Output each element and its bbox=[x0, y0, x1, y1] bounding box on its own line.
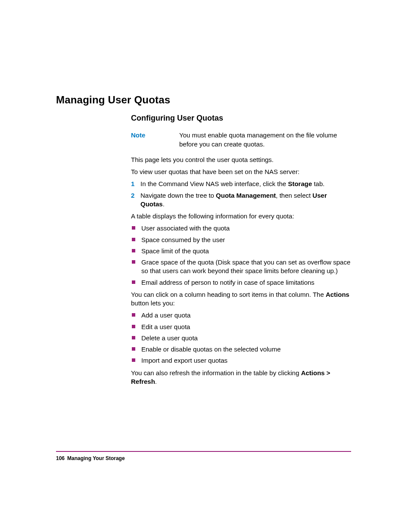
paragraph: You can click on a column heading to sor… bbox=[131, 290, 351, 308]
unordered-list: Add a user quota Edit a user quota Delet… bbox=[131, 311, 351, 365]
page: Managing User Quotas Configuring User Qu… bbox=[0, 0, 411, 532]
text-run: . bbox=[155, 378, 157, 385]
step-number: 2 bbox=[131, 191, 140, 209]
bullet-text: Edit a user quota bbox=[141, 323, 351, 331]
list-item: 2 Navigate down the tree to Quota Manage… bbox=[131, 191, 351, 209]
list-item: User associated with the quota bbox=[131, 224, 351, 233]
square-bullet-icon bbox=[132, 347, 135, 351]
square-bullet-icon bbox=[132, 260, 135, 264]
footer-title: Managing Your Storage bbox=[67, 455, 125, 461]
bullet-text: Space limit of the quota bbox=[141, 247, 351, 255]
text-run: button lets you: bbox=[131, 299, 175, 307]
page-footer: 106Managing Your Storage bbox=[56, 455, 125, 461]
list-item: Grace space of the quota (Disk space tha… bbox=[131, 258, 351, 276]
list-item: Import and export user quotas bbox=[131, 356, 351, 365]
list-item: Add a user quota bbox=[131, 311, 351, 320]
bullet-text: Enable or disable quotas on the selected… bbox=[141, 345, 351, 354]
bullet-text: Import and export user quotas bbox=[141, 356, 351, 365]
bullet-text: Add a user quota bbox=[141, 311, 351, 320]
bullet-text: Email address of person to notify in cas… bbox=[141, 278, 351, 287]
paragraph: To view user quotas that have been set o… bbox=[131, 168, 351, 176]
text-run: , then select bbox=[276, 192, 312, 199]
bullet-text: Delete a user quota bbox=[141, 334, 351, 342]
step-text: Navigate down the tree to Quota Manageme… bbox=[140, 191, 351, 209]
square-bullet-icon bbox=[132, 325, 135, 328]
bold-text: Actions bbox=[326, 291, 349, 298]
list-item: Email address of person to notify in cas… bbox=[131, 278, 351, 287]
note-block: Note You must enable quota management on… bbox=[131, 131, 351, 149]
heading-2: Configuring User Quotas bbox=[131, 113, 351, 123]
heading-1: Managing User Quotas bbox=[56, 94, 170, 106]
text-run: You can also refresh the information in … bbox=[131, 369, 301, 376]
list-item: Space limit of the quota bbox=[131, 247, 351, 255]
page-number: 106 bbox=[56, 455, 65, 461]
list-item: 1 In the Command View NAS web interface,… bbox=[131, 180, 351, 188]
square-bullet-icon bbox=[132, 226, 135, 230]
square-bullet-icon bbox=[132, 280, 135, 284]
text-run: . bbox=[163, 200, 165, 208]
bullet-text: Grace space of the quota (Disk space tha… bbox=[141, 258, 351, 276]
bold-text: Storage bbox=[288, 180, 312, 187]
bullet-text: User associated with the quota bbox=[141, 224, 351, 233]
square-bullet-icon bbox=[132, 238, 135, 241]
text-run: In the Command View NAS web interface, c… bbox=[140, 180, 288, 187]
list-item: Edit a user quota bbox=[131, 323, 351, 331]
list-item: Enable or disable quotas on the selected… bbox=[131, 345, 351, 354]
paragraph: You can also refresh the information in … bbox=[131, 369, 351, 386]
square-bullet-icon bbox=[132, 249, 135, 252]
step-text: In the Command View NAS web interface, c… bbox=[140, 180, 351, 188]
text-run: You can click on a column heading to sor… bbox=[131, 291, 326, 298]
square-bullet-icon bbox=[132, 336, 135, 339]
content-column: Configuring User Quotas Note You must en… bbox=[131, 113, 351, 389]
unordered-list: User associated with the quota Space con… bbox=[131, 224, 351, 287]
square-bullet-icon bbox=[132, 358, 135, 362]
text-run: tab. bbox=[312, 180, 324, 187]
note-text: You must enable quota management on the … bbox=[179, 131, 351, 149]
paragraph: This page lets you control the user quot… bbox=[131, 156, 351, 164]
bold-text: Quota Management bbox=[216, 192, 276, 199]
list-item: Space consumed by the user bbox=[131, 236, 351, 244]
list-item: Delete a user quota bbox=[131, 334, 351, 342]
footer-rule bbox=[56, 451, 351, 452]
step-number: 1 bbox=[131, 180, 140, 188]
text-run: Navigate down the tree to bbox=[140, 192, 216, 199]
ordered-list: 1 In the Command View NAS web interface,… bbox=[131, 180, 351, 208]
note-label: Note bbox=[131, 131, 179, 149]
paragraph: A table displays the following informati… bbox=[131, 212, 351, 221]
bullet-text: Space consumed by the user bbox=[141, 236, 351, 244]
square-bullet-icon bbox=[132, 313, 135, 317]
